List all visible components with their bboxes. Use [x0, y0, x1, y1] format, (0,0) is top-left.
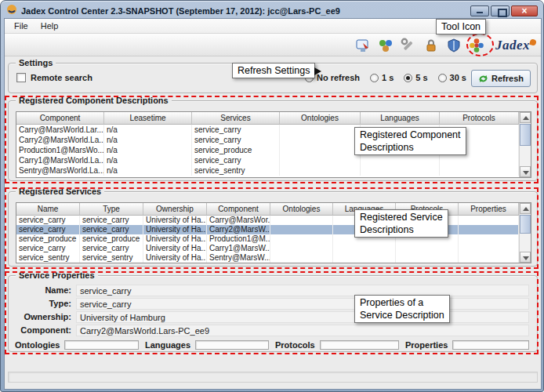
- table-cell: Carry2@MarsW...: [207, 225, 270, 234]
- table-cell: [440, 165, 519, 176]
- service-properties-panel: Service Properties Name: service_carry T…: [8, 275, 538, 352]
- refresh-option-1-s[interactable]: 1 s: [370, 73, 393, 82]
- up-arrow-icon: [523, 207, 529, 211]
- platform-icon[interactable]: [353, 35, 373, 56]
- table-cell: service_carry: [16, 225, 80, 234]
- scrollbar-thumb[interactable]: [520, 124, 531, 146]
- table-cell: Production1@MarsWo...: [16, 145, 104, 155]
- annotation-components-label: Registered Component Descriptions: [354, 127, 466, 155]
- jadex-logo-text: Jadex: [495, 38, 530, 53]
- table-row[interactable]: Carry1@MarsWorld.La...n/aservice_carry: [16, 155, 519, 165]
- table-row[interactable]: Sentry@MarsWorld.La...n/aservice_sentry: [16, 165, 519, 176]
- window-title: Jadex Control Center 2.3-SNAPSHOT (Septe…: [21, 6, 466, 16]
- column-header-type[interactable]: Type: [80, 203, 143, 216]
- table-cell: [270, 225, 333, 234]
- group-label: Languages: [145, 340, 190, 350]
- remote-search-checkbox[interactable]: [16, 73, 26, 82]
- property-lists: OntologiesLanguagesProtocolsProperties: [15, 339, 529, 350]
- refresh-button[interactable]: Refresh: [471, 70, 531, 87]
- column-header-leasetime[interactable]: Leasetime: [104, 112, 192, 125]
- property-row-type: Type: service_carry: [15, 298, 529, 310]
- column-header-name[interactable]: Name: [16, 203, 80, 216]
- table-cell: Carry@MarsWor...: [207, 216, 270, 225]
- table-cell: n/a: [104, 155, 192, 165]
- scroll-down-button[interactable]: [520, 252, 531, 263]
- group-label: Protocols: [275, 340, 315, 350]
- table-cell: [280, 155, 361, 165]
- agents-icon[interactable]: [375, 35, 396, 56]
- vertical-scrollbar[interactable]: [519, 203, 531, 263]
- shield-icon[interactable]: [444, 35, 464, 56]
- table-cell: Carry1@MarsWorld.La...: [16, 155, 104, 165]
- annotation-refresh-settings-label: Refresh Settings: [232, 63, 315, 78]
- table-cell: Sentry@MarsWorld.La...: [16, 165, 104, 176]
- property-row-ownership: Ownership: University of Hamburg: [15, 311, 529, 323]
- properties-list[interactable]: [452, 340, 529, 350]
- table-cell: [280, 165, 361, 176]
- group-label: Properties: [405, 340, 448, 350]
- column-header-languages[interactable]: Languages: [361, 112, 440, 125]
- annotation-services-label: Registered Service Descriptions: [354, 209, 448, 238]
- table-cell: [270, 244, 333, 253]
- type-label: Type:: [15, 298, 76, 310]
- table-cell: service_produce: [16, 234, 80, 244]
- scroll-up-button[interactable]: [520, 203, 531, 214]
- table-row[interactable]: service_sentryservice_sentryUniversity o…: [16, 253, 519, 263]
- table-cell: University of Ha...: [143, 225, 207, 234]
- minimize-button[interactable]: [470, 5, 489, 16]
- scrollbar-thumb[interactable]: [520, 215, 531, 234]
- group-label: Ontologies: [15, 340, 60, 350]
- wrench-icon[interactable]: [398, 35, 419, 56]
- ontologies-list[interactable]: [64, 340, 139, 350]
- column-header-component[interactable]: Component: [207, 203, 270, 216]
- table-cell: [361, 155, 440, 165]
- column-header-properties[interactable]: Properties: [459, 203, 519, 216]
- table-cell: service_carry: [16, 244, 80, 253]
- column-header-component[interactable]: Component: [16, 112, 104, 125]
- titlebar[interactable]: Jadex Control Center 2.3-SNAPSHOT (Septe…: [6, 3, 538, 18]
- name-value: service_carry: [76, 285, 529, 296]
- radio-icon: [404, 74, 412, 82]
- table-cell: [440, 155, 519, 165]
- settings-panel-title: Settings: [16, 58, 56, 67]
- languages-list[interactable]: [195, 340, 269, 350]
- column-header-services[interactable]: Services: [192, 112, 280, 125]
- lock-icon[interactable]: [421, 35, 441, 56]
- toolbar-icons: Jadex: [353, 34, 536, 56]
- column-header-ontologies[interactable]: Ontologies: [270, 203, 333, 216]
- scroll-down-button[interactable]: [520, 166, 531, 177]
- services-panel: Registered Services NameTypeOwnershipCom…: [8, 191, 538, 267]
- ownership-label: Ownership:: [15, 311, 76, 323]
- menu-file[interactable]: File: [8, 20, 34, 32]
- table-cell: [361, 165, 440, 176]
- name-label: Name:: [15, 285, 76, 296]
- annotation-properties-label: Properties of a Service Description: [354, 295, 450, 323]
- maximize-button[interactable]: [491, 5, 510, 16]
- tool-icon[interactable]: [466, 35, 487, 56]
- close-button[interactable]: [511, 5, 538, 16]
- table-cell: [459, 225, 519, 234]
- down-arrow-icon: [523, 256, 529, 260]
- table-cell: service_carry: [80, 225, 143, 234]
- remote-search-option[interactable]: Remote search: [16, 73, 92, 82]
- services-panel-title: Registered Services: [16, 187, 104, 196]
- table-row[interactable]: service_carryservice_carryUniversity of …: [16, 244, 519, 253]
- type-value: service_carry: [76, 298, 529, 310]
- component-value: Carry2@MarsWorld.Lars-PC_ee9: [76, 325, 529, 336]
- table-cell: [280, 135, 361, 145]
- refresh-option-30-s[interactable]: 30 s: [438, 73, 466, 82]
- column-header-ontologies[interactable]: Ontologies: [280, 112, 361, 125]
- table-cell: [396, 253, 459, 263]
- protocols-list[interactable]: [320, 340, 399, 350]
- table-cell: Carry2@MarsWorld.La...: [16, 135, 104, 145]
- menu-help[interactable]: Help: [34, 20, 65, 32]
- table-cell: University of Ha...: [143, 253, 207, 263]
- toolbar: Jadex: [5, 34, 541, 56]
- app-icon: [6, 4, 17, 18]
- window-frame: Jadex Control Center 2.3-SNAPSHOT (Septe…: [0, 0, 544, 392]
- column-header-ownership[interactable]: Ownership: [143, 203, 207, 216]
- vertical-scrollbar[interactable]: [519, 112, 531, 177]
- refresh-option-5-s[interactable]: 5 s: [404, 73, 427, 82]
- scroll-up-button[interactable]: [520, 112, 531, 123]
- column-header-protocols[interactable]: Protocols: [440, 112, 519, 125]
